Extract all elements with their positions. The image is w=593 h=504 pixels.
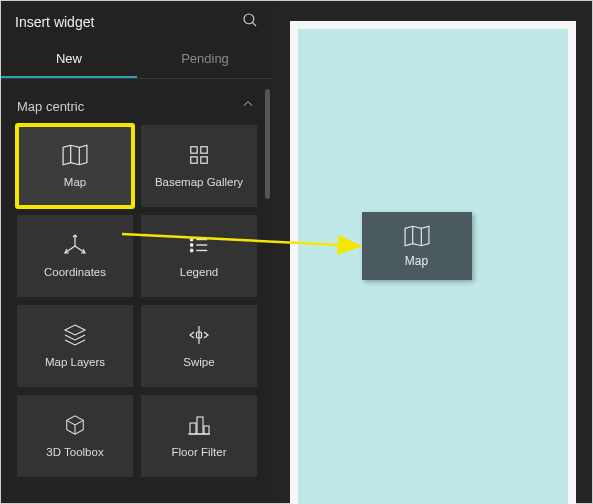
search-icon[interactable] [241, 11, 259, 33]
chevron-up-icon [241, 97, 255, 115]
widget-tile-floor-filter[interactable]: Floor Filter [141, 395, 257, 477]
panel-header: Insert widget [1, 1, 273, 41]
widget-tile-coordinates[interactable]: Coordinates [17, 215, 133, 297]
canvas-area[interactable]: Map [273, 1, 592, 503]
svg-point-14 [190, 244, 192, 246]
canvas-page[interactable]: Map [298, 29, 568, 504]
scrollbar-thumb[interactable] [265, 89, 270, 199]
widget-label: 3D Toolbox [42, 445, 107, 459]
widget-label: Basemap Gallery [151, 175, 247, 189]
svg-point-16 [190, 249, 192, 251]
widget-label: Map Layers [41, 355, 109, 369]
widget-label: Legend [176, 265, 222, 279]
svg-rect-8 [201, 157, 207, 163]
widget-tile-map[interactable]: Map [17, 125, 133, 207]
svg-point-12 [190, 238, 192, 240]
svg-rect-24 [197, 417, 203, 434]
widget-label: Coordinates [40, 265, 110, 279]
map-icon [404, 224, 430, 248]
svg-marker-2 [63, 145, 87, 165]
section-title: Map centric [17, 99, 84, 114]
swipe-icon [187, 323, 211, 347]
insert-widget-panel: Insert widget New Pending Map centric [1, 1, 273, 503]
widget-tile-map-layers[interactable]: Map Layers [17, 305, 133, 387]
svg-rect-5 [191, 147, 197, 153]
tab-new[interactable]: New [1, 41, 137, 78]
widget-label: Floor Filter [168, 445, 231, 459]
tab-pending[interactable]: Pending [137, 41, 273, 78]
buildings-icon [187, 413, 211, 437]
svg-rect-6 [201, 147, 207, 153]
app-frame: Insert widget New Pending Map centric [0, 0, 593, 504]
svg-rect-7 [191, 157, 197, 163]
svg-line-1 [252, 22, 256, 26]
widget-grid: Map Basemap Gallery Coordinates [1, 125, 273, 493]
tabs: New Pending [1, 41, 273, 79]
widget-tile-basemap-gallery[interactable]: Basemap Gallery [141, 125, 257, 207]
section-map-centric-header[interactable]: Map centric [1, 79, 273, 125]
list-icon [188, 233, 210, 257]
dropped-widget-map[interactable]: Map [362, 212, 472, 280]
widget-tile-3d-toolbox[interactable]: 3D Toolbox [17, 395, 133, 477]
svg-marker-18 [65, 325, 85, 335]
svg-rect-25 [204, 426, 209, 434]
panel-title: Insert widget [15, 14, 94, 30]
cube-icon [64, 413, 86, 437]
widget-scroll-area: Map centric Map Basemap Gallery [1, 79, 273, 503]
svg-marker-27 [405, 226, 429, 246]
svg-point-0 [244, 14, 254, 24]
svg-rect-23 [190, 423, 196, 434]
dropped-widget-label: Map [401, 254, 432, 269]
widget-tile-swipe[interactable]: Swipe [141, 305, 257, 387]
layers-icon [63, 323, 87, 347]
widget-label: Swipe [179, 355, 218, 369]
grid-icon [188, 143, 210, 167]
widget-label: Map [60, 175, 90, 189]
axes-icon [63, 233, 87, 257]
map-icon [62, 143, 88, 167]
widget-tile-legend[interactable]: Legend [141, 215, 257, 297]
